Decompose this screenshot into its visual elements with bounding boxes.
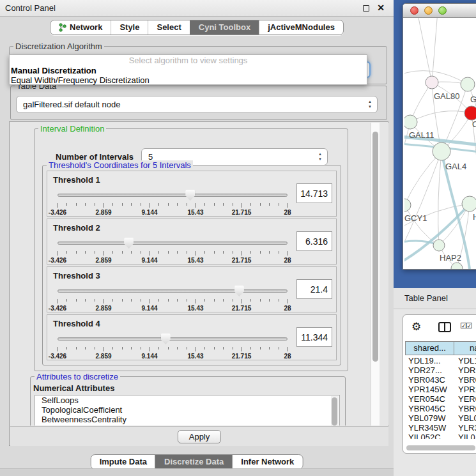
cell-name[interactable]: YBR0 [456,375,476,385]
settings-panel: Interval Definition Number of Intervals … [9,121,388,446]
table-row[interactable]: YER054CYER0 [405,394,476,404]
cell-name[interactable]: YBL0 [456,413,476,423]
tab-infer-network[interactable]: Infer Network [232,455,302,469]
slider-tick [158,203,159,206]
minimize-traffic-light-icon[interactable] [424,6,433,15]
network-node[interactable] [404,199,411,211]
slider-thumb[interactable] [234,286,244,296]
slider-track[interactable] [58,242,288,245]
table-data-combobox[interactable]: galFiltered.sif default node ▲▼ [16,96,378,113]
slider-track[interactable] [58,289,288,293]
table-horizontal-scrollbar[interactable] [405,445,476,450]
slider-tick [288,251,288,256]
list-item[interactable]: BetweennessCentrality [35,415,339,424]
close-icon[interactable]: ✕ [377,3,385,13]
list-item[interactable]: TopologicalCoefficient [35,405,339,415]
threshold-3-slider[interactable]: -3.4262.8599.14415.4321.71528 [56,284,291,312]
slider-thumb[interactable] [161,334,171,344]
network-node[interactable] [451,263,463,269]
table-row[interactable]: YPR145WYPR1 [405,385,476,394]
cell-shared-name[interactable]: YBR045C [405,404,456,413]
table-panel-title: Table Panel [404,288,448,309]
slider-tick-label: 28 [273,209,302,216]
cell-shared-name[interactable]: YPR145W [405,385,456,394]
cell-name[interactable]: YLR3 [456,423,476,433]
algorithm-option-manual[interactable]: Manual Discretization [10,66,367,75]
slider-tick [141,203,141,206]
tab-select[interactable]: Select [148,20,189,35]
cell-shared-name[interactable]: YBL079W [405,413,456,423]
list-item[interactable]: SelfLoops [35,395,339,405]
column-layout-icon[interactable] [438,322,451,332]
cell-name[interactable]: YIL0 [456,433,475,439]
threshold-2-value-field[interactable] [296,231,332,251]
slider-tick-label: 2.859 [89,353,118,360]
slider-tick [112,251,113,254]
slider-tick [58,299,58,303]
network-node[interactable] [426,76,438,89]
gear-icon[interactable]: ⚙ [411,320,421,334]
network-node[interactable] [461,77,475,91]
network-node[interactable] [404,115,417,129]
table-row[interactable]: YBL079WYBL0 [405,413,476,423]
float-window-icon[interactable] [363,5,369,12]
cell-shared-name[interactable]: YBR043C [405,375,456,385]
cell-name[interactable]: YBR0 [456,404,476,413]
tab-jactivemnodules[interactable]: jActiveMNodules [259,20,343,35]
cell-name[interactable]: YPR1 [456,385,476,394]
tab-cyni-toolbox[interactable]: Cyni Toolbox [190,20,259,35]
table-row[interactable]: YIL052CYIL0 [405,433,476,439]
cell-shared-name[interactable]: YLR345W [405,423,456,433]
slider-thumb[interactable] [124,238,134,249]
screen: Control Panel ✕ Network Style Select Cyn… [0,0,476,476]
threshold-4-slider[interactable]: -3.4262.8599.14415.4321.71528 [56,332,291,360]
threshold-2-slider[interactable]: -3.4262.8599.14415.4321.71528 [56,236,291,264]
select-columns-icon[interactable]: ☑☑ [460,321,472,330]
cell-name[interactable]: YDL1 [456,356,476,365]
panel-scrollbar[interactable] [371,123,380,426]
network-node[interactable] [462,196,476,211]
table-panel-titlebar: Table Panel [394,288,476,309]
slider-track[interactable] [58,194,288,197]
slider-tick [250,251,251,254]
table-row[interactable]: YBR043CYBR0 [405,375,476,385]
network-node[interactable] [433,142,450,160]
panel-scrollbar-thumb[interactable] [372,132,378,362]
table-row[interactable]: YLR345WYLR3 [405,423,476,433]
cell-shared-name[interactable]: YER054C [405,394,456,404]
threshold-1-value-field[interactable] [296,183,332,203]
cell-name[interactable]: YER0 [456,394,476,404]
list-scrollbar[interactable] [331,396,339,426]
network-canvas[interactable]: GAL80GACGAL11GAL4GCY1HHAP2 [404,18,476,269]
table-header-row: shared... na [405,341,476,355]
column-header-name[interactable]: na [454,341,476,355]
slider-tick [95,251,95,254]
column-header-shared-name[interactable]: shared... [405,341,454,355]
network-node[interactable] [464,106,476,120]
slider-thumb[interactable] [185,190,195,201]
tab-impute-data[interactable]: Impute Data [91,455,155,469]
cell-name[interactable]: YDR2 [456,365,476,375]
tab-discretize-data[interactable]: Discretize Data [155,455,232,469]
slider-track[interactable] [58,337,288,341]
slider-tick [122,251,123,254]
close-traffic-light-icon[interactable] [410,6,418,15]
slider-tick [204,299,205,302]
cell-shared-name[interactable]: YIL052C [405,433,456,439]
tab-style[interactable]: Style [111,20,148,35]
table-row[interactable]: YBR045CYBR0 [405,404,476,413]
cell-shared-name[interactable]: YDR27... [405,365,456,375]
threshold-3-value-field[interactable] [296,279,332,299]
threshold-1-slider[interactable]: -3.4262.8599.14415.4321.71528 [56,188,291,216]
numerical-attributes-label: Numerical Attributes [33,383,114,393]
threshold-4-value-field[interactable] [296,327,332,347]
tab-network[interactable]: Network [50,20,111,35]
table-row[interactable]: YDR27...YDR2 [405,365,476,375]
slider-tick [141,251,141,254]
network-node[interactable] [433,240,445,251]
zoom-traffic-light-icon[interactable] [438,6,447,15]
table-row[interactable]: YDL19...YDL1 [405,356,476,365]
algorithm-option-equal-width[interactable]: Equal Width/Frequency Discretization [10,75,367,85]
cell-shared-name[interactable]: YDL19... [405,356,456,365]
apply-button[interactable]: Apply [178,430,221,443]
